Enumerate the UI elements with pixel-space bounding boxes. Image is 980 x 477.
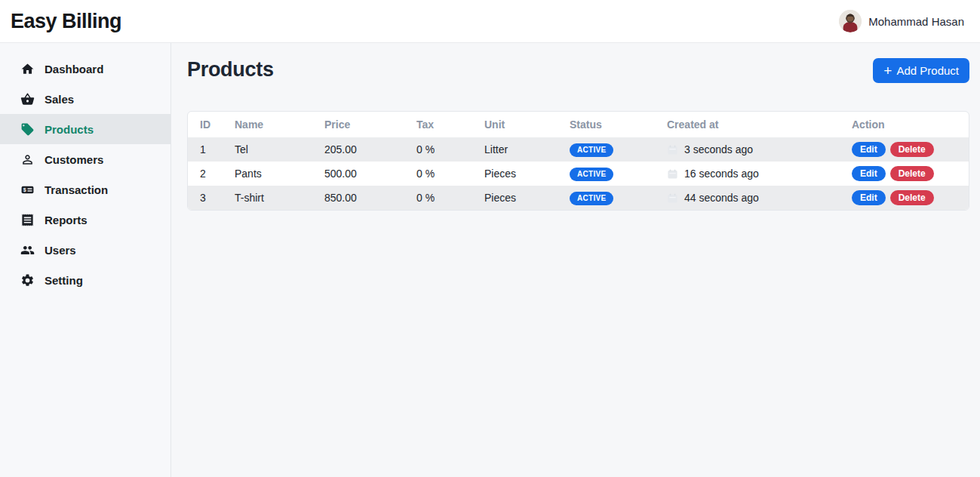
cell-created-at: 3 seconds ago [684,143,753,155]
add-product-button[interactable]: + Add Product [873,58,969,83]
home-icon [20,61,35,76]
sidebar-item-label: Users [45,244,76,257]
col-header-price: Price [312,112,404,137]
products-table-card: ID Name Price Tax Unit Status Created at… [187,111,969,211]
cell-tax: 0 % [404,162,472,186]
table-row: 3 T-shirt 850.00 0 % Pieces ACTIVE 44 se… [188,186,969,210]
calendar-icon [667,192,678,204]
cell-unit: Pieces [472,186,558,210]
top-bar: Easy Billing Mohammad Hasan [0,0,980,43]
person-icon [20,152,35,167]
sidebar-item-sales[interactable]: Sales [0,84,171,114]
cell-name: Tel [223,137,312,162]
cell-unit: Pieces [472,162,558,186]
status-badge: ACTIVE [570,192,613,205]
calendar-icon [667,168,678,180]
edit-button[interactable]: Edit [852,190,886,205]
credit-card-icon: $ [20,182,35,197]
user-menu[interactable]: Mohammad Hasan [839,10,964,32]
sidebar-item-customers[interactable]: Customers [0,144,171,174]
basket-icon [20,91,35,106]
cell-tax: 0 % [404,186,472,210]
receipt-icon [20,212,35,227]
sidebar-item-reports[interactable]: Reports [0,205,171,235]
main-content: Products + Add Product ID Name Price Tax [171,43,980,477]
delete-button[interactable]: Delete [890,166,934,181]
col-header-name: Name [223,112,312,137]
svg-text:$: $ [23,187,26,193]
status-badge: ACTIVE [570,143,613,157]
cell-id: 2 [188,162,223,186]
delete-button[interactable]: Delete [890,142,934,157]
col-header-created-at: Created at [655,112,840,137]
cell-created-at: 16 seconds ago [684,168,759,180]
table-row: 1 Tel 205.00 0 % Litter ACTIVE 3 seconds… [188,137,969,162]
cell-price: 850.00 [312,186,404,210]
sidebar-item-label: Setting [45,274,83,287]
cell-unit: Litter [472,137,558,162]
sidebar-item-label: Dashboard [45,63,103,75]
sidebar-item-label: Customers [45,153,103,166]
col-header-id: ID [188,112,223,137]
users-icon [20,242,35,257]
col-header-unit: Unit [472,112,558,137]
status-badge: ACTIVE [570,168,613,181]
sidebar-item-label: Sales [45,93,74,106]
tag-icon [20,122,35,137]
cell-price: 205.00 [312,137,404,162]
products-table: ID Name Price Tax Unit Status Created at… [188,112,969,210]
sidebar-item-transaction[interactable]: $ Transaction [0,174,171,205]
sidebar-item-label: Reports [45,214,88,226]
delete-button[interactable]: Delete [890,190,934,205]
app-logo: Easy Billing [11,10,121,33]
sidebar-item-setting[interactable]: Setting [0,265,171,295]
cell-created-at: 44 seconds ago [684,192,759,204]
calendar-icon [667,144,678,155]
page-title: Products [187,58,274,82]
table-header-row: ID Name Price Tax Unit Status Created at… [188,112,969,137]
sidebar: Dashboard Sales Products Customers $ Tra… [0,43,171,477]
edit-button[interactable]: Edit [852,142,886,157]
col-header-tax: Tax [404,112,472,137]
cell-tax: 0 % [404,137,472,162]
table-row: 2 Pants 500.00 0 % Pieces ACTIVE 16 seco… [188,162,969,186]
cell-name: Pants [223,162,312,186]
cell-name: T-shirt [223,186,312,210]
add-product-label: Add Product [896,64,959,77]
cell-id: 1 [188,137,223,162]
cell-id: 3 [188,186,223,210]
sidebar-item-dashboard[interactable]: Dashboard [0,54,171,84]
cell-price: 500.00 [312,162,404,186]
gear-icon [20,272,35,288]
avatar [839,10,862,32]
sidebar-item-label: Transaction [45,183,108,196]
user-name: Mohammad Hasan [868,15,964,28]
sidebar-item-label: Products [45,123,94,136]
edit-button[interactable]: Edit [852,166,886,181]
col-header-action: Action [840,112,969,137]
plus-icon: + [883,63,892,78]
col-header-status: Status [558,112,655,137]
sidebar-item-users[interactable]: Users [0,235,171,265]
sidebar-item-products[interactable]: Products [0,114,171,144]
